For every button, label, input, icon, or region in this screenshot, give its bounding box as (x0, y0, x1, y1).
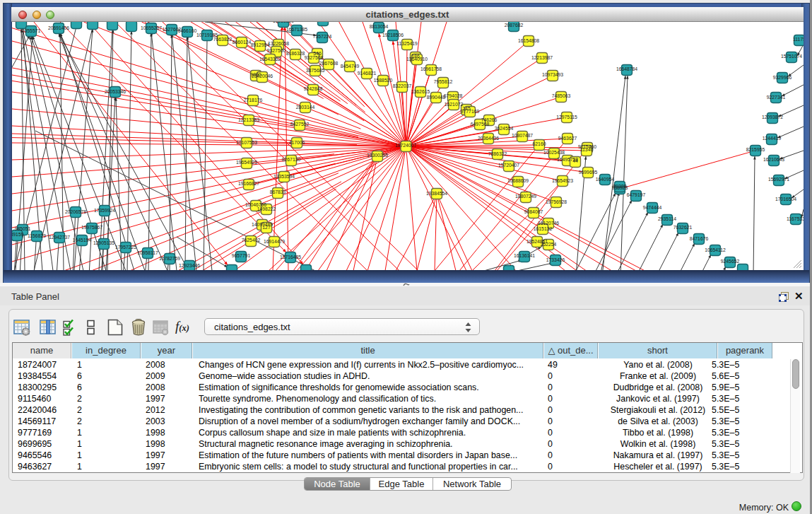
svg-text:16671385: 16671385 (286, 27, 307, 32)
svg-text:11340: 11340 (580, 147, 594, 152)
svg-text:7663822: 7663822 (213, 37, 233, 42)
svg-text:9329966: 9329966 (773, 75, 792, 80)
svg-text:11175: 11175 (793, 37, 804, 42)
svg-text:15692971: 15692971 (768, 177, 789, 182)
svg-text:9227341: 9227341 (767, 95, 786, 100)
svg-text:16961758: 16961758 (420, 66, 442, 71)
svg-text:7632621: 7632621 (673, 225, 693, 230)
svg-text:16120746: 16120746 (538, 221, 559, 226)
svg-text:8267130: 8267130 (282, 157, 301, 162)
svg-text:10958117: 10958117 (137, 250, 158, 255)
svg-text:19654925: 19654925 (236, 160, 257, 165)
svg-text:12923446: 12923446 (179, 263, 200, 268)
svg-text:19218506: 19218506 (382, 33, 404, 37)
svg-text:20053346: 20053346 (105, 89, 126, 94)
svg-text:1362615: 1362615 (411, 89, 430, 94)
svg-text:9242848: 9242848 (304, 86, 323, 91)
svg-text:62160: 62160 (533, 141, 546, 146)
svg-text:9474444: 9474444 (643, 205, 662, 210)
svg-text:44: 44 (572, 158, 578, 163)
svg-text:12213383: 12213383 (238, 117, 259, 122)
svg-text:8471676: 8471676 (690, 236, 709, 241)
svg-text:17359924: 17359924 (94, 208, 115, 213)
svg-text:20206578: 20206578 (65, 209, 86, 214)
svg-text:16136141: 16136141 (514, 253, 535, 258)
svg-text:6466160: 6466160 (178, 28, 197, 33)
svg-text:417006: 417006 (289, 140, 305, 145)
svg-text:2055571: 2055571 (22, 28, 41, 33)
svg-text:8215955: 8215955 (746, 147, 765, 152)
svg-text:16648784: 16648784 (616, 66, 637, 71)
svg-text:13353594: 13353594 (273, 174, 295, 179)
svg-text:18724007: 18724007 (395, 143, 416, 148)
svg-text:1640954: 1640954 (596, 177, 615, 182)
svg-text:12975115: 12975115 (556, 115, 577, 119)
svg-text:10807487: 10807487 (512, 133, 533, 138)
svg-text:15716485: 15716485 (280, 255, 301, 259)
svg-text:12213987: 12213987 (531, 55, 553, 60)
svg-text:9463627: 9463627 (558, 136, 577, 141)
svg-text:3624554: 3624554 (495, 126, 514, 131)
svg-text:2935114: 2935114 (658, 216, 676, 221)
svg-text:7357224: 7357224 (313, 34, 332, 39)
svg-text:1645194: 1645194 (73, 238, 92, 243)
svg-text:1733426: 1733426 (546, 257, 565, 262)
svg-text:20364436: 20364436 (478, 136, 499, 141)
svg-text:2087682: 2087682 (505, 23, 524, 28)
svg-text:9657791: 9657791 (232, 253, 251, 258)
svg-text:7625402: 7625402 (242, 238, 261, 243)
svg-text:9327508: 9327508 (305, 55, 324, 60)
svg-text:39159: 39159 (12, 232, 24, 237)
svg-text:12942737: 12942737 (49, 235, 70, 240)
svg-text:2867608: 2867608 (319, 61, 339, 66)
svg-text:11325419: 11325419 (396, 41, 418, 46)
svg-text:10655267: 10655267 (141, 25, 162, 30)
svg-text:8186328: 8186328 (286, 51, 305, 56)
svg-text:10688609: 10688609 (507, 178, 529, 183)
svg-text:8322037: 8322037 (393, 83, 412, 88)
svg-text:19975867: 19975867 (81, 225, 102, 230)
svg-text:19166827: 19166827 (238, 181, 259, 186)
svg-text:16210643: 16210643 (763, 157, 784, 162)
svg-text:9084067: 9084067 (524, 209, 543, 214)
svg-text:16543362: 16543362 (259, 57, 281, 62)
svg-text:13640910: 13640910 (406, 57, 428, 62)
svg-text:2718176: 2718176 (244, 98, 263, 103)
svg-text:8813054: 8813054 (370, 24, 389, 29)
svg-text:16914479: 16914479 (264, 239, 285, 244)
svg-text:15720407: 15720407 (498, 163, 519, 168)
svg-text:8990448: 8990448 (427, 95, 446, 100)
svg-text:9146821: 9146821 (358, 71, 377, 76)
svg-text:19756928: 19756928 (546, 199, 567, 204)
svg-text:6479197: 6479197 (627, 192, 646, 197)
svg-text:252254: 252254 (541, 242, 557, 247)
svg-text:12905135: 12905135 (93, 240, 114, 245)
svg-text:15751074: 15751074 (781, 54, 802, 59)
svg-text:7485063: 7485063 (552, 93, 571, 98)
svg-text:8427552: 8427552 (290, 122, 310, 127)
svg-text:1498222: 1498222 (257, 206, 276, 211)
svg-text:20691406: 20691406 (48, 25, 69, 30)
svg-text:1244419: 1244419 (763, 136, 782, 141)
svg-text:16154808: 16154808 (518, 38, 539, 43)
svg-text:18807249: 18807249 (515, 194, 536, 199)
svg-text:3875685: 3875685 (306, 68, 325, 73)
svg-text:867833: 867833 (270, 189, 286, 194)
svg-text:10025438: 10025438 (543, 150, 565, 155)
svg-text:10107553: 10107553 (236, 140, 257, 145)
svg-text:16053809: 16053809 (273, 22, 294, 23)
svg-text:23420046: 23420046 (252, 74, 273, 78)
svg-text:1156829: 1156829 (28, 233, 46, 238)
svg-text:10654112: 10654112 (705, 247, 726, 252)
svg-text:13226058: 13226058 (268, 41, 289, 46)
svg-text:19654923: 19654923 (552, 178, 573, 183)
svg-text:10973493: 10973493 (542, 72, 563, 77)
svg-text:2803144: 2803144 (296, 105, 315, 110)
svg-text:1588520: 1588520 (374, 78, 393, 83)
svg-text:6794028: 6794028 (444, 93, 463, 98)
svg-text:7886322: 7886322 (488, 151, 507, 156)
svg-text:19384554: 19384554 (426, 191, 447, 196)
svg-text:9245652: 9245652 (721, 259, 740, 264)
svg-text:8454749: 8454749 (341, 64, 360, 69)
svg-text:9327500: 9327500 (267, 48, 286, 53)
